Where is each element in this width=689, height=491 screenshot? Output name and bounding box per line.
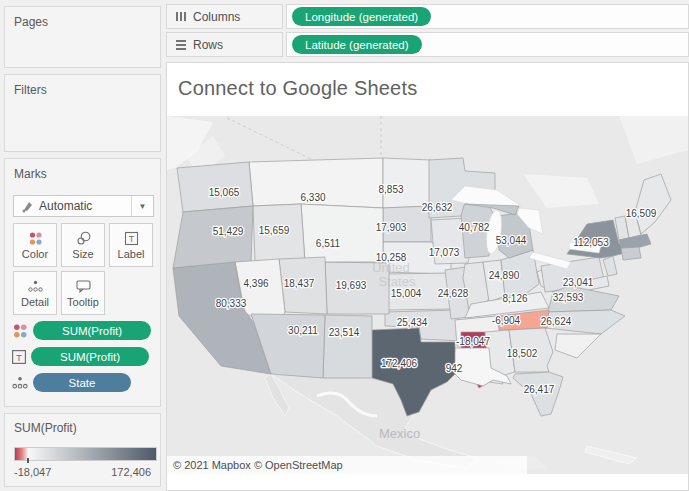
state-value-fl: 26,417 xyxy=(524,384,555,395)
color-legend-gradient[interactable] xyxy=(14,447,157,461)
marks-pill-state[interactable]: State xyxy=(33,373,131,392)
mark-type-value: Automatic xyxy=(39,199,92,213)
state-value-nc: 26,624 xyxy=(541,316,572,327)
state-value-ok: 25,434 xyxy=(397,317,428,328)
state-value-sd: 17,903 xyxy=(376,222,407,233)
label-button[interactable]: T Label xyxy=(109,223,153,267)
mark-type-dropdown[interactable]: Automatic ▼ xyxy=(13,195,154,217)
state-value-wa: 15,065 xyxy=(209,187,240,198)
us-profit-map[interactable]: United States Mexico 15,065 6,330 8,853 … xyxy=(167,116,688,474)
rows-shelf-label[interactable]: Rows xyxy=(166,32,283,57)
marks-pill-sum-profit-label[interactable]: SUM(Profit) xyxy=(31,347,149,366)
state-value-wy: 6,511 xyxy=(316,238,341,249)
size-button[interactable]: Size xyxy=(61,223,105,267)
rows-icon xyxy=(176,40,186,50)
detail-button-label: Detail xyxy=(21,296,49,308)
state-value-tn: -6,904 xyxy=(492,315,521,326)
detail-dots-icon xyxy=(27,279,44,294)
label-button-label: Label xyxy=(118,248,145,260)
state-or[interactable] xyxy=(173,206,253,268)
state-value-ca: 80,333 xyxy=(216,298,247,309)
color-legend-card: SUM(Profit) -18,047 172,406 xyxy=(4,413,161,487)
state-value-ga: 18,502 xyxy=(507,348,538,359)
state-value-va: 32,593 xyxy=(553,292,584,303)
state-nm[interactable] xyxy=(323,315,372,378)
pill-latitude-generated[interactable]: Latitude (generated) xyxy=(292,35,422,54)
svg-text:T: T xyxy=(16,351,22,362)
marks-title: Marks xyxy=(5,159,160,181)
state-value-az: 30,211 xyxy=(288,325,318,336)
state-value-mi: 53,044 xyxy=(496,235,527,246)
state-value-ut: 18,437 xyxy=(284,278,315,289)
marks-pill-sum-profit-color[interactable]: SUM(Profit) xyxy=(33,321,151,340)
state-value-or: 51,429 xyxy=(213,226,244,237)
legend-min-value: -18,047 xyxy=(14,466,51,478)
automatic-mark-icon xyxy=(20,199,34,213)
pages-title: Pages xyxy=(5,7,160,29)
state-value-ne: 10,258 xyxy=(376,252,407,263)
columns-shelf-tray[interactable]: Longitude (generated) xyxy=(286,4,689,29)
map-attribution: © 2021 Mapbox © OpenStreetMap xyxy=(173,459,343,471)
state-value-mt: 6,330 xyxy=(300,192,325,203)
state-value-la: 942 xyxy=(446,363,463,374)
state-value-ny: 112,053 xyxy=(573,237,609,248)
state-value-me: 16,509 xyxy=(626,208,657,219)
state-value-wi: 40,782 xyxy=(459,222,490,233)
chevron-down-icon[interactable]: ▼ xyxy=(131,196,153,216)
state-value-ky: 8,126 xyxy=(502,293,527,304)
state-value-tx: 172,406 xyxy=(381,358,418,369)
color-button-label: Color xyxy=(22,248,48,260)
text-label-icon: T xyxy=(124,231,139,246)
detail-button[interactable]: Detail xyxy=(13,271,57,315)
state-value-co: 19,693 xyxy=(336,280,367,291)
state-value-pa: 23,041 xyxy=(563,277,594,288)
state-value-nv: 4,396 xyxy=(243,278,268,289)
state-value-ia: 17,073 xyxy=(429,247,460,258)
marks-card: Marks Automatic ▼ Color Size T Label xyxy=(4,158,161,407)
size-circles-icon xyxy=(75,231,92,246)
legend-title: SUM(Profit) xyxy=(5,414,160,435)
state-nd[interactable] xyxy=(383,158,431,208)
state-value-id: 15,659 xyxy=(259,225,290,236)
filters-shelf[interactable]: Filters xyxy=(4,74,161,152)
rows-shelf-tray[interactable]: Latitude (generated) xyxy=(286,32,689,57)
tooltip-bubble-icon xyxy=(75,279,92,294)
tooltip-button[interactable]: Tooltip xyxy=(61,271,105,315)
svg-text:T: T xyxy=(128,234,134,244)
state-value-ks: 15,004 xyxy=(391,288,422,299)
state-wy[interactable] xyxy=(301,204,383,262)
worksheet-canvas: Connect to Google Sheets xyxy=(166,62,689,491)
legend-max-value: 172,406 xyxy=(111,466,151,478)
state-value-nd: 8,853 xyxy=(378,184,403,195)
mexico-map-label: Mexico xyxy=(379,426,420,441)
state-ct[interactable] xyxy=(621,247,641,260)
color-dots-icon xyxy=(27,231,44,246)
text-label-icon: T xyxy=(11,349,27,365)
state-value-ms: -18,047 xyxy=(456,336,490,347)
tooltip-button-label: Tooltip xyxy=(67,296,99,308)
pages-shelf[interactable]: Pages xyxy=(4,6,161,68)
columns-shelf-text: Columns xyxy=(193,10,240,24)
size-button-label: Size xyxy=(72,248,93,260)
filters-title: Filters xyxy=(5,75,160,97)
state-value-oh: 24,890 xyxy=(489,270,520,281)
color-dots-icon xyxy=(11,323,29,339)
sheet-title: Connect to Google Sheets xyxy=(178,77,688,100)
us-map-label-line2: States xyxy=(379,274,416,289)
rows-shelf-text: Rows xyxy=(193,38,223,52)
color-button[interactable]: Color xyxy=(13,223,57,267)
state-value-mo: 24,628 xyxy=(438,288,469,299)
columns-icon xyxy=(176,12,186,21)
detail-dots-icon xyxy=(11,375,29,391)
columns-shelf-label[interactable]: Columns xyxy=(166,4,283,29)
state-value-nm: 23,514 xyxy=(329,327,360,338)
legend-zero-tick xyxy=(27,458,29,463)
pill-longitude-generated[interactable]: Longitude (generated) xyxy=(292,7,431,26)
state-value-mn: 26,632 xyxy=(422,202,453,213)
